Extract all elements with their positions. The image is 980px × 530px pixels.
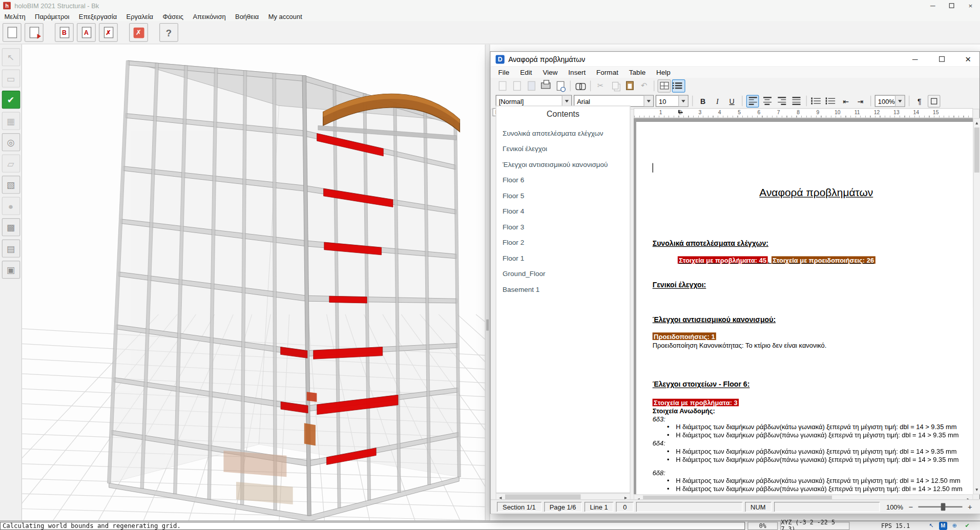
menu-table[interactable]: Table (629, 69, 645, 76)
search-button[interactable] (574, 79, 587, 92)
contents-item-floor3[interactable]: Floor 3 (496, 219, 630, 235)
style-combo[interactable]: [Normal] (496, 95, 572, 107)
report-maximize-icon[interactable] (930, 52, 953, 66)
open-doc-button[interactable] (510, 79, 524, 92)
zoom-slider[interactable] (918, 506, 962, 507)
menu-parametroi[interactable]: Παράμετροι (35, 12, 69, 20)
contents-item-floor1[interactable]: Floor 1 (496, 250, 630, 266)
sphere-tool-icon[interactable]: ● (2, 197, 20, 215)
underline-button[interactable]: U (725, 95, 738, 107)
menu-view[interactable]: View (543, 69, 557, 76)
splitter-grip[interactable] (486, 320, 489, 331)
align-center-button[interactable] (761, 95, 774, 107)
zoom-out-icon[interactable]: − (908, 502, 914, 511)
contents-item-floor2[interactable]: Floor 2 (496, 235, 630, 250)
zoom-combo[interactable]: 100% (875, 95, 905, 107)
print-tool-icon[interactable]: ▣ (2, 261, 20, 279)
section-tool-icon[interactable]: ▧ (2, 176, 20, 194)
ok-status-icon[interactable]: ✔ (962, 522, 972, 530)
menu-file[interactable]: File (498, 69, 509, 76)
viewport-splitter[interactable] (485, 45, 490, 521)
import-button[interactable] (25, 23, 44, 42)
copy-icon (612, 82, 618, 90)
bold-button[interactable]: B (697, 95, 710, 107)
maximize-icon[interactable] (942, 0, 961, 11)
cut-button[interactable]: ✂ (594, 79, 607, 92)
font-size-combo[interactable]: 10 (656, 95, 689, 107)
zoom-tool-icon[interactable]: ◎ (2, 133, 20, 151)
menu-epexergasia[interactable]: Επεξεργασία (79, 12, 117, 20)
eraser-tool-icon[interactable]: ▱ (2, 154, 20, 172)
menu-faseis[interactable]: Φάσεις (162, 12, 183, 20)
table-view-toggle[interactable] (657, 79, 671, 92)
close-button[interactable]: ✗ (129, 23, 148, 42)
decrease-indent-button[interactable]: ⇤ (840, 95, 852, 107)
close-icon[interactable]: × (961, 0, 980, 11)
seismic-warning-badge-line: Προειδοποιήσεις: 1 (653, 332, 716, 341)
beam-tool-icon[interactable]: ▭ (2, 69, 20, 87)
menu-ergaleia[interactable]: Εργαλεία (127, 12, 153, 20)
paste-icon (625, 81, 633, 90)
italic-button[interactable]: I (711, 95, 724, 107)
contents-item-ground-floor[interactable]: Ground_Floor (496, 266, 630, 282)
chevron-down-icon[interactable] (562, 96, 571, 107)
menu-boitheia[interactable]: Βοήθεια (235, 12, 259, 20)
minimize-icon[interactable]: ─ (923, 0, 942, 11)
menu-format[interactable]: Format (596, 69, 618, 76)
report-close-icon[interactable]: ✕ (956, 52, 979, 66)
node-tool-icon[interactable]: ▦ (2, 112, 20, 130)
report-b-button[interactable]: B (55, 23, 74, 42)
contents-panel-toggle[interactable] (672, 79, 685, 92)
align-left-button[interactable] (746, 95, 759, 107)
increase-indent-button[interactable]: ⇥ (854, 95, 867, 107)
contents-item-floor6[interactable]: Floor 6 (496, 172, 630, 188)
report-minimize-icon[interactable]: ─ (904, 52, 926, 66)
pointer-status-icon[interactable]: ↖ (926, 522, 936, 530)
menu-apeikonisi[interactable]: Απεικόνιση (193, 12, 226, 20)
contents-item-basement1[interactable]: Basement 1 (496, 281, 630, 297)
chevron-down-icon[interactable] (895, 96, 904, 107)
contents-item-seismic[interactable]: Έλεγχοι αντισεισμικού κανονισμού (496, 156, 630, 172)
contents-item-floor5[interactable]: Floor 5 (496, 187, 630, 203)
numbered-list-button[interactable] (825, 95, 838, 107)
network-status-icon[interactable]: ⊕ (950, 522, 960, 530)
contents-item-floor4[interactable]: Floor 4 (496, 203, 630, 219)
help-button[interactable]: ? (159, 23, 178, 42)
menu-insert[interactable]: Insert (568, 69, 586, 76)
menu-edit[interactable]: Edit (520, 69, 532, 76)
menu-meleti[interactable]: Μελέτη (5, 12, 26, 20)
pointer-tool-icon[interactable]: ↖ (2, 48, 20, 66)
zoom-in-icon[interactable]: + (967, 502, 973, 511)
mesh-tool-icon[interactable]: ▤ (2, 239, 20, 257)
scroll-down-icon[interactable]: ▼ (974, 485, 980, 494)
menu-help[interactable]: Help (656, 69, 671, 76)
undo-button[interactable]: ↶ (637, 79, 651, 92)
scrollbar-thumb[interactable] (974, 128, 979, 173)
scroll-up-icon[interactable]: ▲ (974, 119, 980, 127)
grid-tool-icon[interactable]: ▩ (2, 218, 20, 236)
align-right-button[interactable] (775, 95, 788, 107)
paragraph-marks-button[interactable]: ¶ (913, 95, 926, 107)
contents-item-general[interactable]: Γενικοί έλεγχοι (496, 141, 630, 157)
check-model-tool-icon[interactable]: ✔ (2, 91, 20, 109)
bullet-list-button[interactable] (810, 95, 823, 107)
new-doc-button[interactable] (496, 79, 509, 92)
print-preview-button[interactable] (554, 79, 567, 92)
align-justify-button[interactable] (790, 95, 803, 107)
save-doc-button[interactable] (525, 79, 538, 92)
keyboard-lang-icon[interactable]: M (939, 522, 947, 530)
chevron-down-icon[interactable] (643, 96, 653, 107)
new-project-button[interactable] (3, 23, 22, 42)
zoom-slider-thumb[interactable] (941, 503, 946, 511)
menu-my-account[interactable]: My account (268, 12, 302, 20)
contents-item-summary[interactable]: Συνολικά αποτελέσματα ελέγχων (496, 125, 630, 141)
chevron-down-icon[interactable] (678, 96, 687, 107)
copy-button[interactable] (609, 79, 622, 92)
font-combo[interactable]: Arial (574, 95, 654, 107)
insert-frame-button[interactable] (928, 95, 941, 107)
paste-button[interactable] (623, 79, 636, 92)
document-vertical-scrollbar[interactable]: ▲ ▼ (973, 118, 980, 495)
report-a-button[interactable]: A (77, 23, 96, 42)
print-button[interactable] (539, 79, 552, 92)
delete-report-button[interactable]: ✗ (99, 23, 118, 42)
